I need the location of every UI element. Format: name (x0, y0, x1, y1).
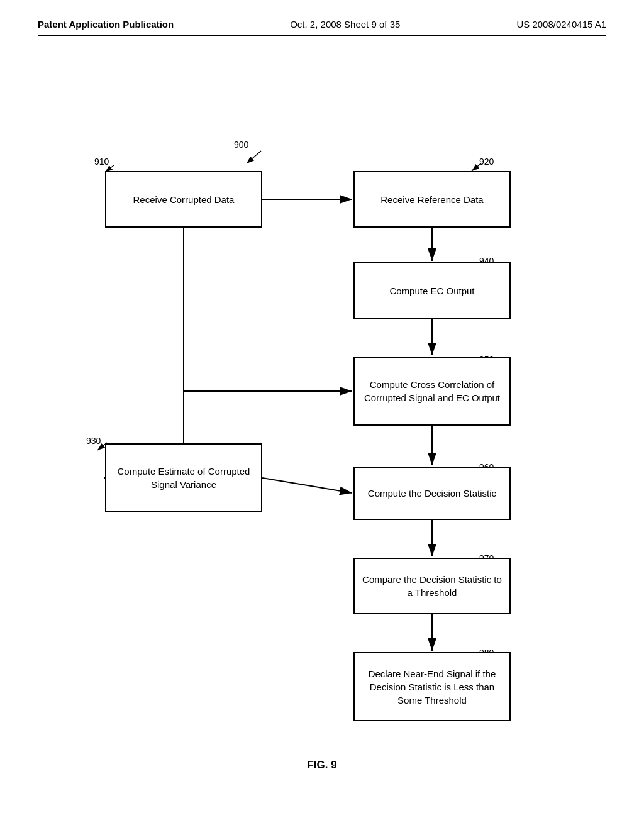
estimate-variance-box: Compute Estimate of Corrupted Signal Var… (105, 443, 262, 512)
declare-near-end-label: Declare Near-End Signal if the Decision … (362, 667, 502, 707)
svg-line-9 (262, 478, 352, 493)
compute-ec-output-box: Compute EC Output (353, 262, 511, 319)
compare-threshold-label: Compare the Decision Statistic to a Thre… (362, 573, 502, 599)
compute-ec-output-label: Compute EC Output (389, 284, 474, 297)
patent-number-label: US 2008/0240415 A1 (516, 19, 606, 30)
decision-statistic-label: Compute the Decision Statistic (368, 487, 496, 500)
svg-line-12 (247, 151, 261, 163)
estimate-variance-label: Compute Estimate of Corrupted Signal Var… (114, 465, 253, 491)
cross-correlation-box: Compute Cross Correlation of Corrupted S… (353, 357, 511, 426)
compare-threshold-box: Compare the Decision Statistic to a Thre… (353, 558, 511, 614)
date-sheet-label: Oct. 2, 2008 Sheet 9 of 35 (290, 19, 400, 30)
publication-label: Patent Application Publication (38, 19, 174, 30)
decision-statistic-box: Compute the Decision Statistic (353, 467, 511, 520)
page-header: Patent Application Publication Oct. 2, 2… (38, 19, 606, 36)
receive-reference-data-box: Receive Reference Data (353, 171, 511, 228)
declare-near-end-box: Declare Near-End Signal if the Decision … (353, 652, 511, 721)
diagram-arrows (52, 55, 592, 746)
arrow-900 (243, 148, 262, 167)
figure-caption: FIG. 9 (38, 759, 606, 772)
receive-reference-data-label: Receive Reference Data (380, 193, 483, 206)
receive-corrupted-data-label: Receive Corrupted Data (133, 193, 235, 206)
cross-correlation-label: Compute Cross Correlation of Corrupted S… (362, 378, 502, 404)
flowchart-diagram: 900 910 920 (52, 55, 592, 746)
page: Patent Application Publication Oct. 2, 2… (0, 0, 644, 830)
svg-line-16 (472, 163, 481, 171)
receive-corrupted-data-box: Receive Corrupted Data (105, 171, 262, 228)
